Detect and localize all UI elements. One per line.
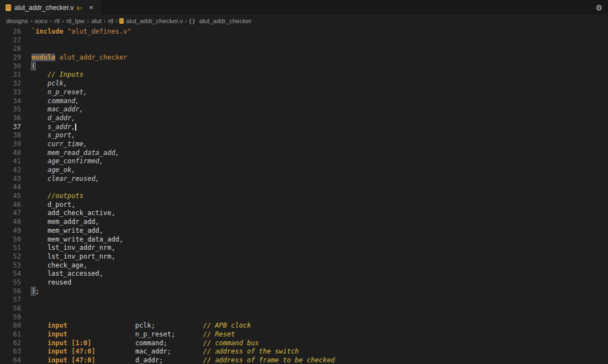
code-line[interactable]: 49 mem_write_add,	[0, 227, 608, 235]
breadcrumb-item-rtl-lpw[interactable]: rtl_lpw	[66, 18, 85, 24]
line-number[interactable]: 50	[0, 235, 21, 244]
line-number[interactable]: 38	[0, 131, 21, 140]
code-line[interactable]: 37 s_addr,	[0, 123, 608, 132]
code-line[interactable]: 40 mem_read_data_add,	[0, 149, 608, 158]
code-line[interactable]: 33 n_p_reset,	[0, 88, 608, 97]
code-line[interactable]: 48 mem_addr_add,	[0, 218, 608, 227]
line-number[interactable]: 51	[0, 244, 21, 253]
code-text: check_age,	[21, 261, 87, 270]
breadcrumb-item-rtl2[interactable]: rtl	[108, 18, 114, 24]
line-number[interactable]: 28	[0, 45, 21, 53]
code-line[interactable]: 52 lst_inv_port_nrm,	[0, 253, 608, 261]
code-line[interactable]: 28	[0, 45, 608, 53]
close-icon[interactable]: ×	[87, 3, 95, 12]
line-number[interactable]: 44	[0, 183, 21, 192]
line-number[interactable]: 42	[0, 166, 21, 175]
line-number[interactable]: 54	[0, 270, 21, 279]
line-number[interactable]: 60	[0, 322, 21, 330]
code-line[interactable]: 50 mem_write_data_add,	[0, 235, 608, 244]
line-number[interactable]: 29	[0, 53, 21, 62]
code-line[interactable]: 58	[0, 304, 608, 313]
line-number[interactable]: 27	[0, 36, 21, 45]
line-number[interactable]: 47	[0, 209, 21, 218]
line-number[interactable]: 56	[0, 287, 21, 296]
breadcrumb-item-alut[interactable]: alut	[91, 18, 102, 24]
line-number[interactable]: 48	[0, 218, 21, 227]
line-number[interactable]: 26	[0, 28, 21, 36]
code-editor[interactable]: 26`include "alut_defines.v"272829module …	[0, 26, 608, 364]
line-number[interactable]: 37	[0, 123, 21, 132]
code-line[interactable]: 42 age_ok,	[0, 166, 608, 175]
line-number[interactable]: 45	[0, 192, 21, 201]
code-line[interactable]: 32 pclk,	[0, 79, 608, 88]
line-number[interactable]: 58	[0, 304, 21, 313]
code-line[interactable]: 41 age_confirmed,	[0, 157, 608, 166]
code-line[interactable]: 38 s_port,	[0, 131, 608, 140]
code-line[interactable]: 30(	[0, 62, 608, 71]
line-number[interactable]: 34	[0, 97, 21, 106]
line-number[interactable]: 52	[0, 253, 21, 261]
tab-alut-addr-checker[interactable]: alut_addr_checker.v 9+ ×	[0, 0, 101, 15]
code-line[interactable]: 51 lst_inv_addr_nrm,	[0, 244, 608, 253]
code-line[interactable]: 47 add_check_active,	[0, 209, 608, 218]
line-number[interactable]: 39	[0, 140, 21, 149]
breadcrumb-item-rtl[interactable]: rtl	[54, 18, 60, 24]
line-number[interactable]: 63	[0, 347, 21, 356]
code-line[interactable]: 53 check_age,	[0, 261, 608, 270]
line-number[interactable]: 64	[0, 356, 21, 364]
code-line[interactable]: 46 d_port,	[0, 201, 608, 210]
line-number[interactable]: 53	[0, 261, 21, 270]
code-line[interactable]: 59	[0, 313, 608, 322]
code-text: d_port,	[21, 201, 75, 210]
code-line[interactable]: 43 clear_reused,	[0, 175, 608, 184]
breadcrumb-item-socv[interactable]: socv	[34, 18, 49, 24]
line-number[interactable]: 43	[0, 175, 21, 184]
code-line[interactable]: 35 mac_addr,	[0, 105, 608, 114]
code-segment-string: "alut_defines.v"	[67, 28, 131, 35]
code-line[interactable]: 60 input pclk; // APB clock	[0, 322, 608, 330]
breadcrumb-item-symbol[interactable]: {} alut_addr_checker	[188, 18, 251, 24]
code-segment-plain: d_port,	[31, 201, 75, 208]
code-line[interactable]: 29module alut_addr_checker	[0, 53, 608, 62]
code-line[interactable]: 39 curr_time,	[0, 140, 608, 149]
code-segment-plain	[31, 339, 47, 347]
line-number[interactable]: 61	[0, 330, 21, 339]
code-line[interactable]: 44	[0, 183, 608, 192]
line-number[interactable]: 30	[0, 62, 21, 71]
line-number[interactable]: 35	[0, 105, 21, 114]
code-line[interactable]: 62 input [1:0] command; // command bus	[0, 339, 608, 348]
code-line[interactable]: 34 command,	[0, 97, 608, 106]
line-number[interactable]: 46	[0, 201, 21, 210]
code-line[interactable]: 64 input [47:0] d_addr; // address of fr…	[0, 356, 608, 364]
code-line[interactable]: 63 input [47:0] mac_addr; // address of …	[0, 347, 608, 356]
code-line[interactable]: 45 //outputs	[0, 192, 608, 201]
line-number[interactable]: 55	[0, 279, 21, 287]
line-number[interactable]: 62	[0, 339, 21, 348]
code-line[interactable]: 56);	[0, 287, 608, 296]
line-number[interactable]: 49	[0, 227, 21, 235]
code-segment-keyword: input	[47, 322, 67, 329]
code-line[interactable]: 57	[0, 296, 608, 304]
line-number[interactable]: 36	[0, 114, 21, 123]
breadcrumb-item-file[interactable]: alut_addr_checker.v	[119, 18, 183, 24]
code-line[interactable]: 31 // Inputs	[0, 71, 608, 79]
code-line[interactable]: 55 reused	[0, 279, 608, 287]
code-text: curr_time,	[21, 140, 87, 149]
breadcrumb-item-designs[interactable]: designs	[6, 18, 29, 24]
line-number[interactable]: 33	[0, 88, 21, 97]
line-number[interactable]: 41	[0, 157, 21, 166]
code-line[interactable]: 61 input n_p_reset; // Reset	[0, 330, 608, 339]
line-number[interactable]: 57	[0, 296, 21, 304]
code-line[interactable]: 36 d_addr,	[0, 114, 608, 123]
line-number[interactable]: 59	[0, 313, 21, 322]
code-line[interactable]: 54 last_accessed,	[0, 270, 608, 279]
line-number[interactable]: 40	[0, 149, 21, 158]
gear-icon[interactable]: ⚙	[595, 3, 602, 12]
code-line[interactable]: 26`include "alut_defines.v"	[0, 28, 608, 36]
line-number[interactable]: 31	[0, 71, 21, 79]
line-number[interactable]: 32	[0, 79, 21, 88]
code-segment-keyword: input	[47, 330, 67, 338]
editor-window: alut_addr_checker.v 9+ × ⚙ designs › soc…	[0, 0, 608, 364]
chevron-right-icon: ›	[103, 17, 107, 25]
code-line[interactable]: 27	[0, 36, 608, 45]
